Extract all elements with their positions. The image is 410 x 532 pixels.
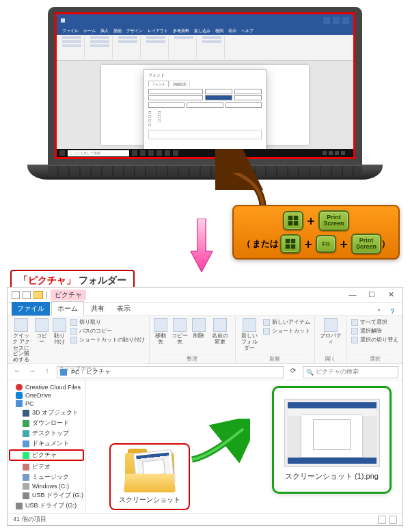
svg-rect-2 xyxy=(288,221,292,225)
new-item-button[interactable]: 新しいアイテム xyxy=(263,318,310,326)
explorer-title: ピクチャ xyxy=(51,290,86,300)
font-size-selected xyxy=(205,95,232,100)
word-ribbon-body xyxy=(57,35,353,61)
word-tab-design: デザイン xyxy=(126,28,143,34)
tab-file[interactable]: ファイル xyxy=(12,302,50,316)
tab-home[interactable]: ホーム xyxy=(51,301,84,316)
nav-music[interactable]: ミュージック xyxy=(9,472,84,482)
properties-button[interactable]: プロパティ xyxy=(319,318,342,346)
windows-key xyxy=(283,211,303,230)
folder-icon xyxy=(33,291,43,299)
breadcrumb-pc[interactable]: PC xyxy=(71,369,83,376)
font-dialog-tab-adv: 詳細設定 xyxy=(169,81,190,87)
screenshots-folder[interactable]: スクリーンショット xyxy=(112,446,187,507)
nav-documents[interactable]: ドキュメント xyxy=(9,438,84,449)
nav-usb-g-root[interactable]: USB ドライブ (G:) xyxy=(9,501,84,511)
pc-icon xyxy=(60,369,67,376)
word-tab-layout: レイアウト xyxy=(148,28,168,34)
svg-rect-0 xyxy=(288,216,292,220)
explorer-app-icon xyxy=(12,291,20,299)
rename-button[interactable]: 名前の変更 xyxy=(210,318,231,346)
close-button[interactable]: ✕ xyxy=(383,290,398,299)
ribbon-group-new: 新しいフォルダー 新しいアイテム ショートカット 新規 xyxy=(236,316,316,363)
explorer-address-bar[interactable]: ← → ↑ PC ピクチャ ⟳ 🔍 ピクチャの検索 xyxy=(8,364,402,380)
move-to-button[interactable]: 移動先 xyxy=(154,318,167,346)
plus-icon: ＋ xyxy=(302,236,314,252)
fn-key: Fn xyxy=(316,235,336,253)
copy-to-button[interactable]: コピー先 xyxy=(172,318,188,346)
pin-quick-access-button[interactable]: クイック アクセスにピン留めする xyxy=(12,318,31,363)
word-min-icon xyxy=(323,17,330,24)
explorer-ribbon-tabs[interactable]: ファイル ホーム 共有 表示 ˄ ? xyxy=(8,303,402,316)
new-folder-button[interactable]: 新しいフォルダー xyxy=(240,318,260,351)
maximize-button[interactable]: ☐ xyxy=(364,290,379,299)
word-page: フォント フォント 詳細設定 xyxy=(101,65,309,145)
explorer-titlebar[interactable]: | ピクチャ — ☐ ✕ xyxy=(8,288,402,303)
svg-rect-5 xyxy=(291,239,295,243)
word-max-icon xyxy=(333,17,340,24)
laptop-keyboard xyxy=(48,166,362,177)
word-tab-draw: 描画 xyxy=(113,28,122,34)
delete-button[interactable]: 削除 xyxy=(192,318,206,339)
screenshot-thumbnail[interactable] xyxy=(284,399,380,467)
font-dialog-tabs: フォント 詳細設定 xyxy=(148,81,262,87)
nav-c-drive[interactable]: Windows (C:) xyxy=(9,482,84,490)
explorer-window[interactable]: | ピクチャ — ☐ ✕ ファイル ホーム 共有 表示 ˄ ? クイック アクセ… xyxy=(7,287,403,526)
select-all-button[interactable]: すべて選択 xyxy=(351,318,398,326)
copy-path-button[interactable]: パスのコピー xyxy=(70,327,145,335)
cut-button[interactable]: 切り取り xyxy=(70,318,145,326)
tab-share[interactable]: 共有 xyxy=(85,302,110,316)
word-tab-ref: 参考資料 xyxy=(173,28,189,34)
screenshot-filename: スクリーンショット (1).png xyxy=(285,471,379,481)
nav-3d-objects[interactable]: 3D オブジェクト xyxy=(9,408,84,418)
explorer-body: Creative Cloud Files OneDrive PC 3D オブジェ… xyxy=(8,380,402,513)
nav-forward-button[interactable]: → xyxy=(27,367,38,378)
nav-downloads[interactable]: ダウンロード xyxy=(9,418,84,428)
ribbon-group-open-label: 開く xyxy=(319,354,342,363)
pictures-folder-label-rest: フォルダー xyxy=(79,275,126,285)
ribbon-collapse-icon[interactable]: ˄ xyxy=(373,308,385,316)
svg-rect-3 xyxy=(294,221,298,225)
nav-desktop[interactable]: デスクトップ xyxy=(9,428,84,438)
view-icons-button[interactable] xyxy=(389,516,397,524)
paste-button[interactable]: 貼り付け xyxy=(53,318,66,346)
plus-icon: ＋ xyxy=(305,212,317,229)
nav-pc[interactable]: PC xyxy=(9,400,84,408)
taskbar-search: ここに入力して検索 xyxy=(68,150,129,156)
word-titlebar xyxy=(57,14,353,27)
minimize-button[interactable]: — xyxy=(345,290,360,299)
windows-key-alt xyxy=(280,234,301,253)
svg-rect-7 xyxy=(291,244,295,249)
nav-onedrive[interactable]: OneDrive xyxy=(9,391,84,400)
copy-button[interactable]: コピー xyxy=(35,318,49,346)
explorer-nav-pane[interactable]: Creative Cloud Files OneDrive PC 3D オブジェ… xyxy=(8,380,86,513)
ribbon-group-select: すべて選択 選択解除 選択の切り替え 選択 xyxy=(347,316,402,363)
nav-pictures[interactable]: ピクチャ xyxy=(9,449,84,461)
screenshot-preview-card: スクリーンショット (1).png xyxy=(272,386,392,494)
font-dialog: フォント フォント 詳細設定 xyxy=(144,69,266,159)
explorer-content-pane[interactable]: スクリーンショット スクリーンショット (1).png xyxy=(86,380,402,513)
view-details-button[interactable] xyxy=(378,516,386,524)
breadcrumb-pictures[interactable]: ピクチャ xyxy=(86,367,111,376)
breadcrumb[interactable]: PC ピクチャ xyxy=(57,366,284,378)
paste-shortcut-button[interactable]: ショートカットの貼り付け xyxy=(70,336,145,344)
nav-usb-g[interactable]: USB ドライブ (G:) xyxy=(9,490,84,501)
laptop-screen: ファイル ホーム 挿入 描画 デザイン レイアウト 参考資料 差し込み 校閲 表… xyxy=(55,12,355,159)
search-input[interactable]: 🔍 ピクチャの検索 xyxy=(303,366,398,378)
new-shortcut-button[interactable]: ショートカット xyxy=(263,327,310,335)
explorer-ribbon[interactable]: クイック アクセスにピン留めする コピー 貼り付け 切り取り パスのコピー ショ… xyxy=(8,316,402,364)
nav-videos[interactable]: ビデオ xyxy=(9,462,84,472)
arrow-down-icon xyxy=(188,219,215,273)
font-dialog-title: フォント xyxy=(148,72,262,79)
word-tab-view: 表示 xyxy=(228,28,236,34)
font-dialog-preview xyxy=(148,130,262,139)
plus-icon: ＋ xyxy=(338,236,350,252)
ribbon-help-icon[interactable]: ? xyxy=(386,308,398,316)
nav-creative-cloud[interactable]: Creative Cloud Files xyxy=(9,383,84,391)
nav-up-button[interactable]: ↑ xyxy=(42,367,53,378)
select-invert-button[interactable]: 選択の切り替え xyxy=(351,336,398,344)
tab-view[interactable]: 表示 xyxy=(111,302,136,316)
refresh-button[interactable]: ⟳ xyxy=(288,367,299,378)
select-none-button[interactable]: 選択解除 xyxy=(351,327,398,335)
nav-back-button[interactable]: ← xyxy=(12,367,23,378)
